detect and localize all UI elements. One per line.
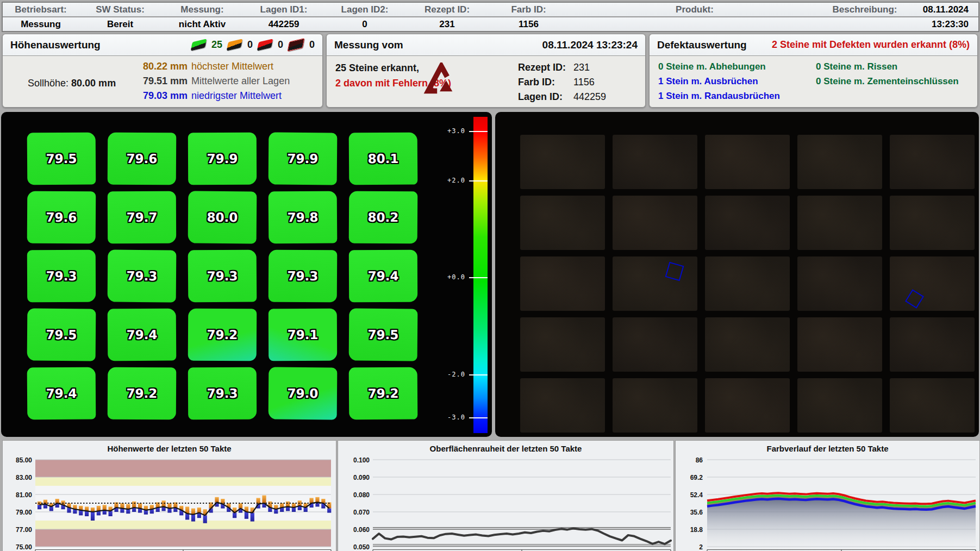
stat-value: 80.22 mm — [143, 61, 188, 72]
stone-height-value: 79.3 — [288, 269, 319, 283]
sollhoehe-value: Sollhöhe: 80.00 mm — [28, 78, 116, 89]
defekt-header: Defektauswertung 2 Steine mit Defekten w… — [650, 34, 977, 56]
height-map-stone: 79.6 — [27, 191, 96, 244]
stat-label: höchster Mittelwert — [191, 61, 273, 72]
stone-height-value: 79.0 — [288, 386, 319, 400]
stat-label: niedrigster Mittelwert — [191, 90, 282, 102]
defect-count-row: 0 Steine m. Rissen — [816, 59, 959, 74]
height-map-stone: 79.3 — [27, 250, 96, 303]
status-col-label: 08.11.2024 — [908, 3, 976, 16]
id-label: Rezept ID: — [518, 62, 573, 73]
stone-height-value: 79.2 — [127, 386, 158, 400]
colorbar-tick-label: -3.0 — [434, 414, 465, 421]
height-map-stone: 79.3 — [188, 250, 257, 303]
colorbar-tick-label: +0.0 — [434, 273, 465, 281]
svg-text:52.4: 52.4 — [690, 491, 703, 499]
status-col-value: 1156 — [489, 17, 568, 31]
svg-text:79.00: 79.00 — [16, 509, 32, 516]
id-row: Lagen ID:442259 — [518, 90, 606, 104]
colorbar-tick-line — [469, 417, 488, 418]
svg-text:18.8: 18.8 — [690, 526, 703, 534]
svg-text:0.050: 0.050 — [353, 543, 370, 551]
height-statistics: 80.22 mmhöchster Mittelwert79.51 mmMitte… — [143, 59, 290, 103]
stone-height-value: 79.6 — [46, 210, 77, 224]
colorbar-tick-line — [469, 374, 488, 375]
status-col-label: Lagen ID1: — [243, 3, 324, 16]
height-map-stone: 79.3 — [188, 367, 257, 420]
stone-status-brick-icon — [257, 39, 273, 51]
stat-value: 79.51 mm — [143, 76, 188, 87]
panel-title: Defektauswertung — [657, 39, 747, 51]
dark-stone — [797, 196, 882, 250]
status-col-value — [568, 17, 821, 31]
svg-text:81.00: 81.00 — [16, 491, 32, 499]
dark-stone — [797, 135, 882, 189]
stone-height-value: 80.0 — [207, 210, 238, 224]
defect-count-row: 0 Steine m. Abhebungen — [658, 59, 780, 74]
hoehenauswertung-body: Sollhöhe: 80.00 mm 80.22 mmhöchster Mitt… — [3, 56, 322, 107]
dark-stone — [520, 135, 605, 189]
status-col-value: 0 — [324, 17, 405, 31]
chart-oberflaechenrauheit: Oberflächenrauheit der letzten 50 Takte … — [338, 440, 674, 551]
defect-summary: 2 Steine mit Defekten wurden erkannt (8%… — [772, 39, 970, 51]
svg-text:0.090: 0.090 — [353, 474, 370, 481]
stone-height-value: 79.4 — [127, 328, 158, 342]
stone-height-value: 79.3 — [46, 269, 77, 283]
stone-status-brick-icon — [227, 39, 242, 51]
dark-stone — [890, 256, 975, 311]
status-col-label: Farb ID: — [489, 3, 568, 16]
defect-count-row: 1 Stein m. Ausbrüchen — [658, 74, 780, 89]
height-stat-row: 79.03 mmniedrigster Mittelwert — [143, 89, 290, 103]
stone-status-count: 0 — [247, 39, 253, 51]
company-logo-icon — [423, 62, 457, 96]
stone-height-value: 80.1 — [368, 152, 399, 166]
dark-stone — [890, 135, 975, 189]
height-stat-row: 79.51 mmMittelwerte aller Lagen — [143, 74, 290, 89]
stone-height-value: 79.3 — [207, 386, 238, 400]
stone-height-value: 79.5 — [46, 328, 77, 342]
hmi-dashboard: { "status_bar": { "columns": [ {"label":… — [0, 0, 980, 551]
status-col-value: nicht Aktiv — [161, 17, 243, 31]
svg-text:86: 86 — [696, 456, 703, 464]
height-map-stone: 79.6 — [108, 133, 177, 185]
height-map-image: 79.579.679.979.980.179.679.780.079.880.2… — [1, 112, 492, 437]
height-map-stone: 79.9 — [188, 133, 257, 185]
status-col-label: Messung: — [161, 3, 243, 16]
messung-header: Messung vom 08.11.2024 13:23:24 — [327, 34, 645, 56]
height-colorbar — [473, 117, 488, 433]
id-label: Lagen ID: — [518, 91, 573, 103]
messung-panel: Messung vom 08.11.2024 13:23:24 25 Stein… — [326, 34, 646, 108]
stone-height-value: 79.3 — [207, 269, 238, 283]
id-value: 231 — [573, 62, 590, 73]
stone-height-value: 79.5 — [368, 328, 399, 342]
dark-stone — [705, 256, 790, 311]
status-col-value: Bereit — [79, 17, 161, 31]
panel-title: Höhenauswertung — [10, 39, 101, 51]
stone-height-value: 79.9 — [288, 152, 319, 166]
dark-stone — [613, 135, 697, 189]
measurement-timestamp: 08.11.2024 13:23:24 — [542, 39, 638, 51]
id-value: 1156 — [573, 77, 595, 88]
status-col-value: Messung — [3, 17, 79, 31]
defect-list-column-2: 0 Steine m. Rissen0 Steine m. Zementeins… — [816, 59, 959, 89]
status-col-label: SW Status: — [79, 3, 161, 16]
dark-stone — [890, 196, 975, 250]
id-value: 442259 — [573, 91, 606, 103]
svg-text:0.080: 0.080 — [353, 491, 370, 499]
defekt-body: 0 Steine m. Abhebungen1 Stein m. Ausbrüc… — [650, 56, 977, 107]
svg-text:85.00: 85.00 — [16, 456, 32, 464]
svg-text:75.00: 75.00 — [16, 543, 32, 551]
stone-height-value: 79.7 — [127, 210, 158, 224]
chart-hoehenwerte: Höhenwerte der letzten 50 Takte 85.0083.… — [2, 440, 336, 551]
stone-height-value: 79.1 — [288, 328, 319, 342]
sollhoehe-label: Sollhöhe: — [28, 78, 68, 89]
stone-height-value: 80.2 — [368, 210, 399, 224]
svg-text:0.100: 0.100 — [353, 456, 370, 464]
status-col-value: 13:23:30 — [908, 17, 976, 31]
chart-farbverlauf: Farbverlauf der letzten 50 Takte 8669.25… — [675, 440, 980, 551]
dark-stone — [520, 317, 605, 372]
dark-stone — [520, 378, 605, 433]
height-map-stone: 80.1 — [349, 133, 418, 185]
stone-height-value: 79.9 — [207, 152, 238, 166]
colorbar-tick-line — [469, 131, 488, 132]
